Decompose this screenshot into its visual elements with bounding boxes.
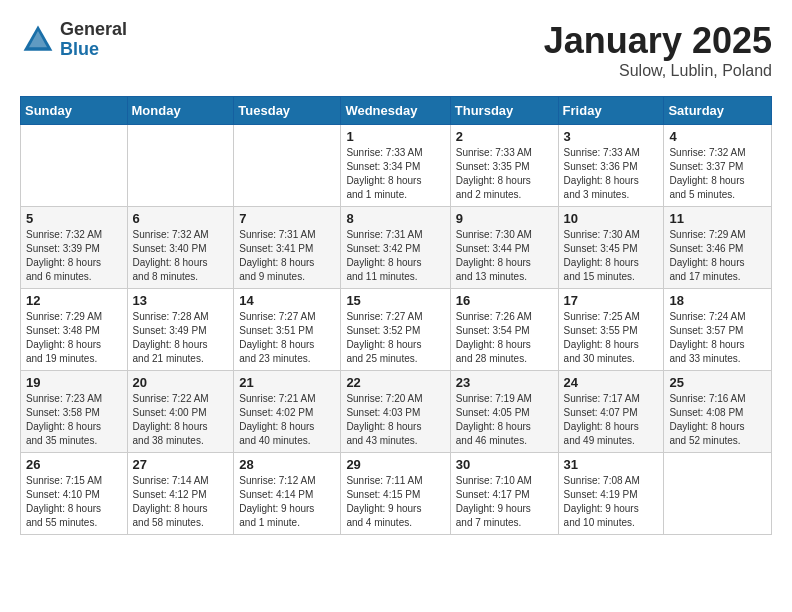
day-info: Sunrise: 7:31 AM Sunset: 3:41 PM Dayligh… (239, 228, 335, 284)
calendar-cell: 4Sunrise: 7:32 AM Sunset: 3:37 PM Daylig… (664, 125, 772, 207)
calendar-cell: 30Sunrise: 7:10 AM Sunset: 4:17 PM Dayli… (450, 453, 558, 535)
calendar-cell: 2Sunrise: 7:33 AM Sunset: 3:35 PM Daylig… (450, 125, 558, 207)
calendar-cell: 12Sunrise: 7:29 AM Sunset: 3:48 PM Dayli… (21, 289, 128, 371)
column-header-thursday: Thursday (450, 97, 558, 125)
day-info: Sunrise: 7:28 AM Sunset: 3:49 PM Dayligh… (133, 310, 229, 366)
day-number: 25 (669, 375, 766, 390)
day-info: Sunrise: 7:21 AM Sunset: 4:02 PM Dayligh… (239, 392, 335, 448)
page-header: General Blue January 2025 Sulow, Lublin,… (20, 20, 772, 80)
day-info: Sunrise: 7:26 AM Sunset: 3:54 PM Dayligh… (456, 310, 553, 366)
calendar-cell: 27Sunrise: 7:14 AM Sunset: 4:12 PM Dayli… (127, 453, 234, 535)
calendar-cell (127, 125, 234, 207)
day-number: 22 (346, 375, 444, 390)
column-header-wednesday: Wednesday (341, 97, 450, 125)
day-info: Sunrise: 7:24 AM Sunset: 3:57 PM Dayligh… (669, 310, 766, 366)
month-title: January 2025 (544, 20, 772, 62)
day-number: 27 (133, 457, 229, 472)
calendar-cell: 28Sunrise: 7:12 AM Sunset: 4:14 PM Dayli… (234, 453, 341, 535)
logo-icon (20, 22, 56, 58)
day-info: Sunrise: 7:20 AM Sunset: 4:03 PM Dayligh… (346, 392, 444, 448)
calendar-cell: 10Sunrise: 7:30 AM Sunset: 3:45 PM Dayli… (558, 207, 664, 289)
week-row-3: 12Sunrise: 7:29 AM Sunset: 3:48 PM Dayli… (21, 289, 772, 371)
location-subtitle: Sulow, Lublin, Poland (544, 62, 772, 80)
day-info: Sunrise: 7:19 AM Sunset: 4:05 PM Dayligh… (456, 392, 553, 448)
day-number: 23 (456, 375, 553, 390)
day-number: 31 (564, 457, 659, 472)
day-info: Sunrise: 7:08 AM Sunset: 4:19 PM Dayligh… (564, 474, 659, 530)
calendar-cell (234, 125, 341, 207)
day-number: 19 (26, 375, 122, 390)
day-number: 20 (133, 375, 229, 390)
day-info: Sunrise: 7:30 AM Sunset: 3:45 PM Dayligh… (564, 228, 659, 284)
calendar-header: SundayMondayTuesdayWednesdayThursdayFrid… (21, 97, 772, 125)
day-info: Sunrise: 7:33 AM Sunset: 3:36 PM Dayligh… (564, 146, 659, 202)
calendar-cell: 14Sunrise: 7:27 AM Sunset: 3:51 PM Dayli… (234, 289, 341, 371)
week-row-5: 26Sunrise: 7:15 AM Sunset: 4:10 PM Dayli… (21, 453, 772, 535)
day-number: 4 (669, 129, 766, 144)
day-number: 26 (26, 457, 122, 472)
column-header-saturday: Saturday (664, 97, 772, 125)
week-row-2: 5Sunrise: 7:32 AM Sunset: 3:39 PM Daylig… (21, 207, 772, 289)
day-info: Sunrise: 7:15 AM Sunset: 4:10 PM Dayligh… (26, 474, 122, 530)
day-number: 21 (239, 375, 335, 390)
day-number: 14 (239, 293, 335, 308)
calendar-cell (664, 453, 772, 535)
calendar-cell: 17Sunrise: 7:25 AM Sunset: 3:55 PM Dayli… (558, 289, 664, 371)
week-row-4: 19Sunrise: 7:23 AM Sunset: 3:58 PM Dayli… (21, 371, 772, 453)
logo: General Blue (20, 20, 127, 60)
day-info: Sunrise: 7:32 AM Sunset: 3:37 PM Dayligh… (669, 146, 766, 202)
calendar-cell: 24Sunrise: 7:17 AM Sunset: 4:07 PM Dayli… (558, 371, 664, 453)
day-info: Sunrise: 7:33 AM Sunset: 3:34 PM Dayligh… (346, 146, 444, 202)
day-info: Sunrise: 7:23 AM Sunset: 3:58 PM Dayligh… (26, 392, 122, 448)
day-info: Sunrise: 7:27 AM Sunset: 3:52 PM Dayligh… (346, 310, 444, 366)
day-number: 24 (564, 375, 659, 390)
calendar-cell: 8Sunrise: 7:31 AM Sunset: 3:42 PM Daylig… (341, 207, 450, 289)
day-info: Sunrise: 7:25 AM Sunset: 3:55 PM Dayligh… (564, 310, 659, 366)
calendar-body: 1Sunrise: 7:33 AM Sunset: 3:34 PM Daylig… (21, 125, 772, 535)
day-info: Sunrise: 7:17 AM Sunset: 4:07 PM Dayligh… (564, 392, 659, 448)
day-info: Sunrise: 7:29 AM Sunset: 3:48 PM Dayligh… (26, 310, 122, 366)
calendar-cell: 5Sunrise: 7:32 AM Sunset: 3:39 PM Daylig… (21, 207, 128, 289)
calendar-cell (21, 125, 128, 207)
calendar-cell: 13Sunrise: 7:28 AM Sunset: 3:49 PM Dayli… (127, 289, 234, 371)
calendar-cell: 19Sunrise: 7:23 AM Sunset: 3:58 PM Dayli… (21, 371, 128, 453)
day-info: Sunrise: 7:31 AM Sunset: 3:42 PM Dayligh… (346, 228, 444, 284)
day-number: 12 (26, 293, 122, 308)
calendar-cell: 15Sunrise: 7:27 AM Sunset: 3:52 PM Dayli… (341, 289, 450, 371)
calendar-cell: 29Sunrise: 7:11 AM Sunset: 4:15 PM Dayli… (341, 453, 450, 535)
day-number: 5 (26, 211, 122, 226)
day-number: 15 (346, 293, 444, 308)
day-info: Sunrise: 7:10 AM Sunset: 4:17 PM Dayligh… (456, 474, 553, 530)
calendar-cell: 16Sunrise: 7:26 AM Sunset: 3:54 PM Dayli… (450, 289, 558, 371)
day-number: 8 (346, 211, 444, 226)
calendar-cell: 18Sunrise: 7:24 AM Sunset: 3:57 PM Dayli… (664, 289, 772, 371)
day-number: 7 (239, 211, 335, 226)
calendar-cell: 1Sunrise: 7:33 AM Sunset: 3:34 PM Daylig… (341, 125, 450, 207)
column-header-sunday: Sunday (21, 97, 128, 125)
column-header-friday: Friday (558, 97, 664, 125)
logo-text: General Blue (60, 20, 127, 60)
day-info: Sunrise: 7:12 AM Sunset: 4:14 PM Dayligh… (239, 474, 335, 530)
calendar-cell: 9Sunrise: 7:30 AM Sunset: 3:44 PM Daylig… (450, 207, 558, 289)
day-number: 3 (564, 129, 659, 144)
day-number: 30 (456, 457, 553, 472)
day-number: 18 (669, 293, 766, 308)
day-info: Sunrise: 7:22 AM Sunset: 4:00 PM Dayligh… (133, 392, 229, 448)
day-info: Sunrise: 7:33 AM Sunset: 3:35 PM Dayligh… (456, 146, 553, 202)
day-info: Sunrise: 7:14 AM Sunset: 4:12 PM Dayligh… (133, 474, 229, 530)
day-info: Sunrise: 7:32 AM Sunset: 3:40 PM Dayligh… (133, 228, 229, 284)
column-header-tuesday: Tuesday (234, 97, 341, 125)
calendar-cell: 22Sunrise: 7:20 AM Sunset: 4:03 PM Dayli… (341, 371, 450, 453)
day-number: 10 (564, 211, 659, 226)
day-number: 29 (346, 457, 444, 472)
day-info: Sunrise: 7:32 AM Sunset: 3:39 PM Dayligh… (26, 228, 122, 284)
calendar-cell: 11Sunrise: 7:29 AM Sunset: 3:46 PM Dayli… (664, 207, 772, 289)
title-block: January 2025 Sulow, Lublin, Poland (544, 20, 772, 80)
logo-blue-text: Blue (60, 40, 127, 60)
column-header-monday: Monday (127, 97, 234, 125)
day-number: 16 (456, 293, 553, 308)
calendar-cell: 7Sunrise: 7:31 AM Sunset: 3:41 PM Daylig… (234, 207, 341, 289)
calendar-cell: 23Sunrise: 7:19 AM Sunset: 4:05 PM Dayli… (450, 371, 558, 453)
header-row: SundayMondayTuesdayWednesdayThursdayFrid… (21, 97, 772, 125)
calendar-cell: 31Sunrise: 7:08 AM Sunset: 4:19 PM Dayli… (558, 453, 664, 535)
